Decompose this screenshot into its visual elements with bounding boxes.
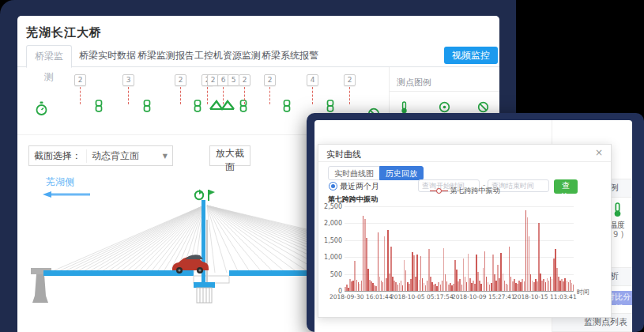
sensor-marker	[128, 87, 129, 104]
sensor-count-badge[interactable]: 2	[74, 74, 86, 86]
tab-realtime-curve[interactable]: 实时曲线图	[328, 166, 380, 180]
sensor-marker	[207, 87, 208, 104]
divider	[389, 91, 499, 92]
tab-history-playback[interactable]: 历史回放	[379, 166, 424, 180]
gantry-crane-icon[interactable]	[209, 98, 235, 115]
stopwatch-icon[interactable]	[35, 101, 48, 119]
overlay-app-panel: 测点图例 温度 ( 9 ) 对比分析 对比分析 监测点列表 实时曲线 × 实时曲…	[314, 120, 632, 332]
link-sensor-icon[interactable]	[239, 100, 248, 115]
link-sensor-icon[interactable]	[142, 100, 152, 115]
realtime-curve-modal: 实时曲线 × 实时曲线图 历史回放 最近两个月 - 查询 第七跨跨中振动 第七跨…	[318, 144, 612, 318]
legend-line	[430, 191, 436, 191]
modal-title: 实时曲线	[326, 149, 361, 160]
sensor-count-badge[interactable]: 2	[239, 74, 250, 86]
link-sensor-icon[interactable]	[282, 100, 292, 115]
sensor-marker	[180, 87, 181, 104]
sensor-count-badge[interactable]: 2	[175, 74, 186, 86]
section-select-label: 截面选择：	[29, 149, 86, 163]
sensor-count-badge[interactable]: 2	[344, 74, 356, 86]
y-tick: 500	[320, 271, 342, 278]
sensor-marker	[269, 87, 270, 104]
legend-label: 第七跨跨中振动	[450, 187, 499, 194]
gps-icon	[195, 190, 203, 200]
main-tabbar: 桥梁监测 桥梁实时数据 桥梁监测报告 工控机资源监测 桥梁系统报警 视频监控	[17, 44, 499, 67]
tab-ipc-resource[interactable]: 工控机资源监测	[190, 46, 266, 66]
sensor-count-badge[interactable]: 4	[307, 74, 318, 86]
sensor-marker	[244, 87, 245, 104]
expansion-joint	[194, 276, 229, 283]
section-select-dropdown[interactable]: 动态背立面 ▼	[86, 149, 172, 163]
sensor-marker	[349, 87, 350, 104]
black-backdrop	[516, 0, 644, 113]
y-tick: 2,000	[320, 220, 342, 227]
link-sensor-icon[interactable]	[94, 100, 104, 115]
thermometer-icon[interactable]	[612, 202, 623, 221]
page-title: 芜湖长江大桥	[26, 25, 102, 40]
close-icon[interactable]: ×	[595, 147, 603, 158]
tab-realtime-data[interactable]: 桥梁实时数据	[74, 46, 141, 66]
x-tick: 2018-09-30 16:01:44	[330, 293, 393, 300]
pier-columns	[197, 288, 212, 303]
sensor-count-badge[interactable]: 2	[264, 74, 276, 86]
sensor-marker	[80, 87, 81, 104]
overlay-browser-window: 测点图例 温度 ( 9 ) 对比分析 对比分析 监测点列表 实时曲线 × 实时曲…	[307, 113, 644, 332]
bridge-deck-left	[43, 270, 194, 276]
section-select-group: 截面选择： 动态背立面 ▼	[28, 145, 173, 166]
legend-panel-title: 测点图例	[397, 77, 431, 89]
chevron-down-icon: ▼	[163, 153, 168, 160]
y-tick: 2,500	[320, 203, 342, 210]
tab-system-alarm[interactable]: 桥梁系统报警	[257, 46, 323, 66]
zoom-section-button[interactable]: 放大截面	[209, 145, 250, 166]
temperature-label: 温度	[609, 220, 625, 231]
pier-cap	[194, 282, 215, 288]
chart-plot-area[interactable]	[345, 206, 574, 292]
y-tick: 1,500	[320, 237, 342, 244]
video-monitor-button[interactable]: 视频监控	[444, 47, 498, 64]
x-tick: 2018-10-09 15:27:41	[452, 293, 515, 300]
x-tick: 2018-10-15 11:03:41	[514, 293, 577, 300]
x-axis-label: 时间	[577, 288, 589, 296]
link-sensor-icon[interactable]	[193, 100, 202, 115]
sensor-count-badge[interactable]: 3	[122, 74, 134, 86]
legend-dot	[436, 188, 442, 194]
tab-bridge-monitor[interactable]: 桥梁监测	[26, 45, 72, 68]
y-tick: 1,000	[320, 254, 342, 261]
x-tick: 2018-10-05 05:17:54	[390, 293, 454, 300]
divider	[318, 161, 611, 162]
flag-icon	[209, 190, 215, 201]
legend-line	[442, 191, 448, 191]
sensor-count-badge[interactable]: 5	[228, 74, 239, 86]
section-select-value: 动态背立面	[92, 149, 139, 163]
sensor-marker	[312, 87, 313, 104]
chart-bars	[345, 206, 574, 291]
